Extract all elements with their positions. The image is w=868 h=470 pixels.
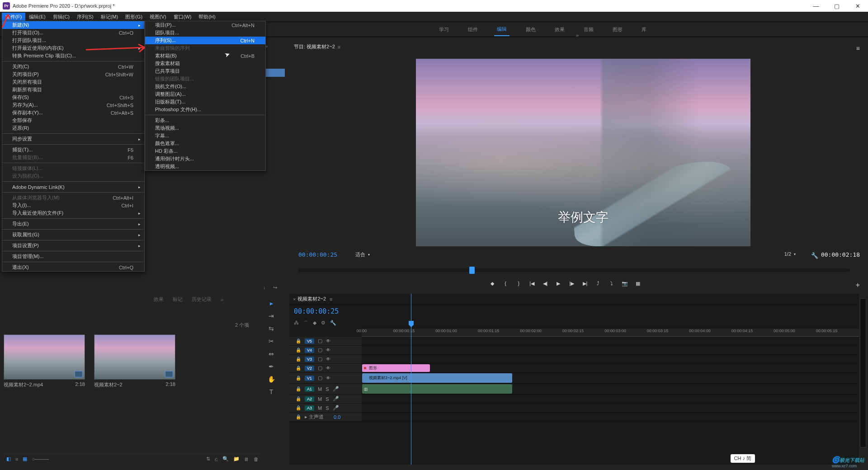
timeline-wrench-icon[interactable]: 🔧 bbox=[330, 320, 336, 327]
menu-item[interactable]: 还原(R) bbox=[2, 124, 144, 132]
source-panel-collapse-icon[interactable]: » bbox=[265, 43, 285, 51]
lock-icon[interactable]: 🔒 bbox=[296, 366, 301, 371]
menu-item[interactable]: 黑场视频... bbox=[145, 124, 265, 132]
freeform-view-icon[interactable]: ◧ bbox=[6, 456, 11, 462]
add-marker-tl-icon[interactable]: ◆ bbox=[313, 320, 316, 327]
selection-tool-icon[interactable]: ▸ bbox=[270, 299, 273, 308]
workspace-tab[interactable]: 图形 bbox=[610, 24, 625, 36]
program-monitor-viewport[interactable]: 举例文字 bbox=[416, 59, 750, 246]
razor-tool-icon[interactable]: ✂ bbox=[269, 337, 274, 346]
icon-view-icon[interactable]: ▦ bbox=[23, 456, 27, 462]
menu-item[interactable]: HD 彩条... bbox=[145, 147, 265, 155]
slip-tool-icon[interactable]: ⇔ bbox=[269, 349, 274, 358]
tab-markers[interactable]: 标记 bbox=[173, 296, 183, 303]
menu-item[interactable]: 导出(E)▸ bbox=[2, 220, 144, 228]
menu-item[interactable]: 导入最近使用的文件(F)▸ bbox=[2, 209, 144, 217]
eye-icon[interactable]: 👁 bbox=[326, 338, 330, 343]
menu-item[interactable]: 关闭所有项目 bbox=[2, 78, 144, 86]
menu-bar[interactable]: 文件(F)编辑(E)剪辑(C)序列(S)标记(M)图形(G)视图(V)窗口(W)… bbox=[0, 12, 868, 22]
track-lane[interactable] bbox=[362, 346, 859, 354]
menu-5[interactable]: 图形(G) bbox=[122, 13, 146, 21]
lock-icon[interactable]: 🔒 bbox=[296, 357, 301, 362]
menu-0[interactable]: 文件(F) bbox=[2, 13, 25, 21]
minimize-button[interactable]: — bbox=[806, 0, 826, 12]
maximize-button[interactable]: ▢ bbox=[826, 0, 847, 12]
export-frame-icon[interactable]: 📷 bbox=[621, 279, 628, 287]
track-label[interactable]: A2 bbox=[305, 396, 314, 402]
menu-item[interactable]: 全部保存 bbox=[2, 117, 144, 124]
timeline-ruler[interactable]: 00:0000:00:00:1500:00:01:0000:00:01:1500… bbox=[362, 329, 859, 337]
menu-6[interactable]: 视图(V) bbox=[146, 13, 170, 21]
step-back-icon[interactable]: ◀| bbox=[541, 279, 549, 287]
track-label[interactable]: V5 bbox=[305, 338, 314, 344]
clip-audio[interactable]: ▥ bbox=[362, 384, 512, 394]
new-bin-icon[interactable]: 📁 bbox=[233, 456, 240, 462]
voice-icon[interactable]: 🎤 bbox=[333, 386, 339, 392]
eye-icon[interactable]: 👁 bbox=[326, 376, 330, 381]
menu-8[interactable]: 帮助(H) bbox=[195, 13, 219, 21]
menu-item[interactable]: 刷新所有项目 bbox=[2, 86, 144, 94]
program-scrubber[interactable] bbox=[298, 268, 850, 272]
tab-history[interactable]: 历史记录 bbox=[192, 296, 212, 303]
lock-icon[interactable]: 🔒 bbox=[296, 348, 301, 352]
toggle-output-icon[interactable]: ▢ bbox=[318, 356, 322, 362]
program-playhead[interactable] bbox=[469, 267, 475, 274]
mark-in-icon[interactable]: { bbox=[501, 279, 509, 287]
clip-video[interactable]: 视频素材2~2.mp4 [V] bbox=[362, 373, 512, 383]
workspace-tab[interactable]: 编辑 bbox=[494, 23, 509, 36]
timeline-settings-icon[interactable]: ⚙ bbox=[321, 320, 326, 327]
program-zoom-select[interactable]: 适合▾ bbox=[355, 251, 370, 258]
sort-icon[interactable]: ⇅ bbox=[206, 456, 210, 462]
file-menu-dropdown[interactable]: 新建(N)▸打开项目(O)...Ctrl+O打开团队项目...打开最近使用的内容… bbox=[2, 21, 145, 272]
menu-item[interactable]: 导入(I)...Ctrl+I bbox=[2, 202, 144, 209]
track-lane[interactable]: ▥ bbox=[362, 384, 859, 394]
lock-icon[interactable]: 🔒 bbox=[296, 376, 301, 381]
pen-tool-icon[interactable]: ✒ bbox=[269, 362, 274, 371]
hand-tool-icon[interactable]: ✋ bbox=[268, 375, 275, 384]
menu-item[interactable]: 调整图层(A)... bbox=[145, 90, 265, 98]
menu-item[interactable]: 团队项目... bbox=[145, 29, 265, 37]
menu-item[interactable]: 新建(N)▸ bbox=[2, 21, 144, 29]
menu-item[interactable]: 颜色遮罩... bbox=[145, 140, 265, 147]
project-panel-tabs[interactable]: 效果 标记 历史记录 » bbox=[154, 296, 223, 303]
menu-item[interactable]: 另存为(A)...Ctrl+Shift+S bbox=[2, 101, 144, 109]
snap-icon[interactable]: ⁂ bbox=[294, 320, 299, 327]
menu-item[interactable]: 通用倒计时片头... bbox=[145, 155, 265, 163]
menu-item[interactable]: 打开项目(O)...Ctrl+O bbox=[2, 29, 144, 37]
program-settings-icon[interactable]: 🔧 bbox=[811, 252, 818, 259]
go-to-in-icon[interactable]: |◀ bbox=[528, 279, 536, 287]
voice-icon[interactable]: 🎤 bbox=[333, 405, 339, 411]
bin-item[interactable]: 视频素材2~22:18 bbox=[94, 334, 175, 388]
new-submenu-dropdown[interactable]: 项目(P)...Ctrl+Alt+N团队项目...序列(S)...Ctrl+N来… bbox=[145, 21, 266, 171]
menu-item[interactable]: 打开团队项目... bbox=[2, 37, 144, 44]
track-label[interactable]: A3 bbox=[305, 405, 314, 411]
menu-item[interactable]: 转换 Premiere Clip 项目(C)... bbox=[2, 52, 144, 60]
workspace-tab[interactable]: 颜色 bbox=[523, 24, 538, 36]
track-label[interactable]: V3 bbox=[305, 357, 314, 362]
program-resolution-select[interactable]: 1/2▾ bbox=[784, 251, 796, 257]
track-label[interactable]: V1 bbox=[305, 376, 314, 381]
button-editor-icon[interactable]: + bbox=[856, 281, 860, 289]
track-label[interactable]: V2 bbox=[305, 366, 314, 371]
workspace-tab[interactable]: 学习 bbox=[436, 24, 452, 36]
lock-icon[interactable]: 🔒 bbox=[296, 338, 301, 343]
close-button[interactable]: ✕ bbox=[847, 0, 868, 12]
program-timecode-left[interactable]: 00:00:00:25 bbox=[298, 251, 337, 258]
eye-icon[interactable]: 👁 bbox=[326, 357, 330, 362]
menu-item[interactable]: 获取属性(G)▸ bbox=[2, 231, 144, 239]
menu-item[interactable]: 同步设置▸ bbox=[2, 135, 144, 143]
media-browser-save-icon[interactable]: ↓ bbox=[263, 285, 266, 290]
extract-icon[interactable]: ⤵ bbox=[608, 279, 615, 287]
menu-item[interactable]: Adobe Dynamic Link(K)▸ bbox=[2, 183, 144, 191]
add-marker-icon[interactable]: ◆ bbox=[488, 279, 496, 287]
menu-item[interactable]: 字幕... bbox=[145, 132, 265, 140]
bin-item[interactable]: 视频素材2~2.mp42:18 bbox=[4, 334, 85, 388]
timeline-playhead[interactable] bbox=[411, 294, 411, 465]
track-select-tool-icon[interactable]: ⇥ bbox=[269, 311, 274, 320]
solo-icon[interactable]: S bbox=[326, 396, 329, 402]
list-view-icon[interactable]: ≡ bbox=[15, 456, 18, 462]
toggle-output-icon[interactable]: ▢ bbox=[318, 338, 322, 344]
solo-icon[interactable]: S bbox=[326, 405, 329, 411]
workspace-tab[interactable]: 音频 bbox=[581, 24, 596, 36]
program-panel-menu-icon[interactable]: ≡ bbox=[856, 45, 860, 52]
